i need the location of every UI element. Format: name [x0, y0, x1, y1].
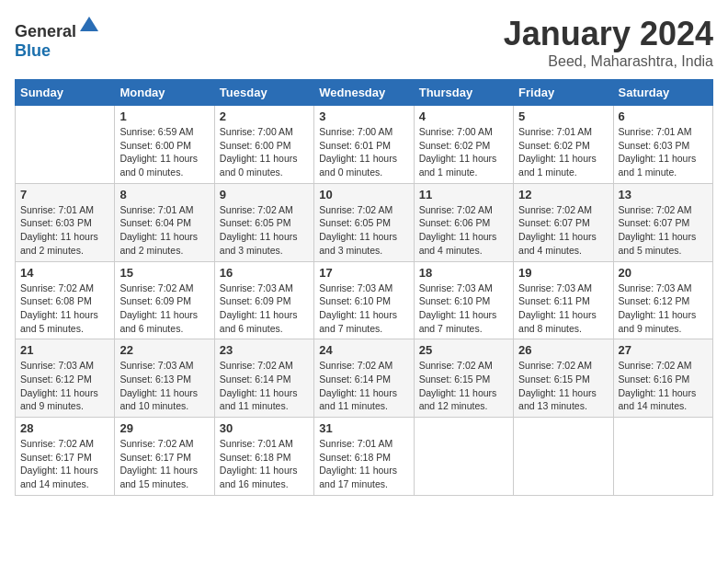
day-number: 23: [220, 343, 309, 357]
day-number: 26: [518, 343, 608, 357]
calendar-cell: 11Sunrise: 7:02 AM Sunset: 6:06 PM Dayli…: [414, 183, 513, 261]
logo-icon: [78, 15, 100, 37]
svg-marker-0: [80, 17, 98, 31]
day-number: 10: [319, 188, 408, 201]
calendar-cell: 4Sunrise: 7:00 AM Sunset: 6:02 PM Daylig…: [414, 106, 513, 184]
day-info: Sunrise: 7:02 AM Sunset: 6:14 PM Dayligh…: [319, 359, 408, 413]
day-number: 11: [419, 188, 508, 201]
day-number: 24: [319, 343, 408, 357]
calendar-cell: 8Sunrise: 7:01 AM Sunset: 6:04 PM Daylig…: [115, 183, 214, 261]
calendar-cell: 17Sunrise: 7:03 AM Sunset: 6:10 PM Dayli…: [314, 261, 414, 339]
day-info: Sunrise: 7:02 AM Sunset: 6:09 PM Dayligh…: [119, 282, 209, 336]
day-number: 12: [518, 188, 608, 201]
day-number: 8: [119, 188, 209, 201]
calendar-cell: 27Sunrise: 7:02 AM Sunset: 6:16 PM Dayli…: [613, 339, 712, 418]
calendar-cell: 2Sunrise: 7:00 AM Sunset: 6:00 PM Daylig…: [214, 106, 313, 184]
header-thursday: Thursday: [414, 80, 513, 106]
day-info: Sunrise: 7:03 AM Sunset: 6:12 PM Dayligh…: [20, 359, 109, 413]
logo-general: General: [15, 22, 76, 40]
calendar-cell: 15Sunrise: 7:02 AM Sunset: 6:09 PM Dayli…: [115, 261, 214, 339]
calendar-cell: 6Sunrise: 7:01 AM Sunset: 6:03 PM Daylig…: [613, 106, 712, 184]
calendar-cell: 28Sunrise: 7:02 AM Sunset: 6:17 PM Dayli…: [16, 418, 115, 496]
calendar-cell: 30Sunrise: 7:01 AM Sunset: 6:18 PM Dayli…: [214, 418, 313, 496]
calendar-header-row: SundayMondayTuesdayWednesdayThursdayFrid…: [16, 80, 713, 106]
day-number: 19: [518, 266, 608, 280]
day-info: Sunrise: 7:01 AM Sunset: 6:03 PM Dayligh…: [619, 125, 708, 179]
header-tuesday: Tuesday: [214, 80, 313, 106]
day-info: Sunrise: 7:03 AM Sunset: 6:10 PM Dayligh…: [319, 282, 408, 336]
day-number: 17: [319, 266, 408, 280]
calendar-cell: 12Sunrise: 7:02 AM Sunset: 6:07 PM Dayli…: [514, 183, 613, 261]
day-info: Sunrise: 7:02 AM Sunset: 6:05 PM Dayligh…: [220, 203, 309, 258]
day-number: 7: [20, 188, 109, 201]
day-number: 9: [220, 188, 309, 201]
day-number: 27: [619, 343, 708, 357]
day-info: Sunrise: 7:03 AM Sunset: 6:13 PM Dayligh…: [119, 359, 209, 413]
day-number: 13: [619, 188, 708, 201]
page-header: General Blue January 2024 Beed, Maharash…: [15, 15, 713, 70]
calendar-cell: [16, 106, 115, 184]
calendar-cell: [613, 418, 712, 496]
day-number: 30: [220, 421, 309, 435]
day-info: Sunrise: 7:02 AM Sunset: 6:06 PM Dayligh…: [419, 203, 508, 258]
logo: General Blue: [15, 15, 100, 61]
calendar-cell: 25Sunrise: 7:02 AM Sunset: 6:15 PM Dayli…: [414, 339, 513, 418]
day-info: Sunrise: 7:01 AM Sunset: 6:02 PM Dayligh…: [518, 125, 608, 179]
day-info: Sunrise: 7:02 AM Sunset: 6:07 PM Dayligh…: [619, 203, 708, 258]
header-monday: Monday: [115, 80, 214, 106]
calendar-cell: 31Sunrise: 7:01 AM Sunset: 6:18 PM Dayli…: [314, 418, 414, 496]
day-number: 20: [619, 266, 708, 280]
day-info: Sunrise: 7:02 AM Sunset: 6:17 PM Dayligh…: [20, 437, 109, 491]
day-info: Sunrise: 7:00 AM Sunset: 6:02 PM Dayligh…: [419, 125, 508, 179]
day-info: Sunrise: 7:03 AM Sunset: 6:11 PM Dayligh…: [518, 282, 608, 336]
calendar-week-0: 1Sunrise: 6:59 AM Sunset: 6:00 PM Daylig…: [16, 106, 713, 184]
day-number: 22: [119, 343, 209, 357]
logo-blue: Blue: [15, 41, 51, 60]
calendar-cell: 16Sunrise: 7:03 AM Sunset: 6:09 PM Dayli…: [214, 261, 313, 339]
main-title: January 2024: [504, 15, 713, 53]
day-info: Sunrise: 7:03 AM Sunset: 6:10 PM Dayligh…: [419, 282, 508, 336]
calendar-cell: 10Sunrise: 7:02 AM Sunset: 6:05 PM Dayli…: [314, 183, 414, 261]
header-friday: Friday: [514, 80, 613, 106]
calendar-cell: 3Sunrise: 7:00 AM Sunset: 6:01 PM Daylig…: [314, 106, 414, 184]
calendar-cell: 9Sunrise: 7:02 AM Sunset: 6:05 PM Daylig…: [214, 183, 313, 261]
day-info: Sunrise: 7:03 AM Sunset: 6:12 PM Dayligh…: [619, 282, 708, 336]
day-info: Sunrise: 7:02 AM Sunset: 6:08 PM Dayligh…: [20, 282, 109, 336]
calendar-cell: 14Sunrise: 7:02 AM Sunset: 6:08 PM Dayli…: [16, 261, 115, 339]
day-info: Sunrise: 7:01 AM Sunset: 6:18 PM Dayligh…: [319, 437, 408, 491]
calendar-cell: 24Sunrise: 7:02 AM Sunset: 6:14 PM Dayli…: [314, 339, 414, 418]
day-number: 1: [119, 109, 209, 123]
calendar-cell: 23Sunrise: 7:02 AM Sunset: 6:14 PM Dayli…: [214, 339, 313, 418]
day-info: Sunrise: 7:02 AM Sunset: 6:05 PM Dayligh…: [319, 203, 408, 258]
calendar-cell: 22Sunrise: 7:03 AM Sunset: 6:13 PM Dayli…: [115, 339, 214, 418]
calendar-week-3: 21Sunrise: 7:03 AM Sunset: 6:12 PM Dayli…: [16, 339, 713, 418]
day-number: 14: [20, 266, 109, 280]
subtitle: Beed, Maharashtra, India: [504, 53, 713, 70]
day-info: Sunrise: 7:00 AM Sunset: 6:01 PM Dayligh…: [319, 125, 408, 179]
day-info: Sunrise: 7:02 AM Sunset: 6:14 PM Dayligh…: [220, 359, 309, 413]
day-number: 21: [20, 343, 109, 357]
calendar-cell: 20Sunrise: 7:03 AM Sunset: 6:12 PM Dayli…: [613, 261, 712, 339]
day-info: Sunrise: 7:03 AM Sunset: 6:09 PM Dayligh…: [220, 282, 309, 336]
day-number: 29: [119, 421, 209, 435]
calendar-week-1: 7Sunrise: 7:01 AM Sunset: 6:03 PM Daylig…: [16, 183, 713, 261]
logo-text: General Blue: [15, 15, 100, 61]
calendar-cell: 18Sunrise: 7:03 AM Sunset: 6:10 PM Dayli…: [414, 261, 513, 339]
day-info: Sunrise: 7:01 AM Sunset: 6:03 PM Dayligh…: [20, 203, 109, 258]
calendar-cell: [414, 418, 513, 496]
day-number: 28: [20, 421, 109, 435]
calendar-week-4: 28Sunrise: 7:02 AM Sunset: 6:17 PM Dayli…: [16, 418, 713, 496]
calendar-cell: 29Sunrise: 7:02 AM Sunset: 6:17 PM Dayli…: [115, 418, 214, 496]
title-area: January 2024 Beed, Maharashtra, India: [504, 15, 713, 70]
day-info: Sunrise: 7:01 AM Sunset: 6:04 PM Dayligh…: [119, 203, 209, 258]
day-number: 5: [518, 109, 608, 123]
calendar-cell: [514, 418, 613, 496]
day-number: 3: [319, 109, 408, 123]
day-info: Sunrise: 7:02 AM Sunset: 6:15 PM Dayligh…: [518, 359, 608, 413]
day-number: 16: [220, 266, 309, 280]
calendar-cell: 21Sunrise: 7:03 AM Sunset: 6:12 PM Dayli…: [16, 339, 115, 418]
day-number: 2: [220, 109, 309, 123]
day-info: Sunrise: 7:02 AM Sunset: 6:16 PM Dayligh…: [619, 359, 708, 413]
calendar-cell: 5Sunrise: 7:01 AM Sunset: 6:02 PM Daylig…: [514, 106, 613, 184]
day-number: 31: [319, 421, 408, 435]
